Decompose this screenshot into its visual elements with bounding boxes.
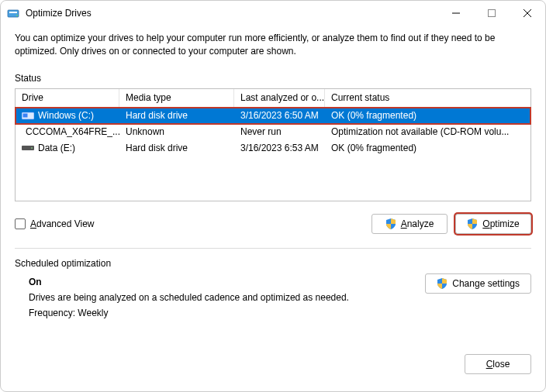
- content-area: You can optimize your drives to help you…: [1, 26, 545, 385]
- cell-status: Optimization not available (CD-ROM volu.…: [325, 124, 530, 140]
- shield-icon: [437, 278, 448, 289]
- change-settings-button[interactable]: Change settings: [425, 273, 531, 294]
- shield-icon: [385, 218, 396, 229]
- col-drive[interactable]: Drive: [16, 89, 119, 107]
- close-button[interactable]: [510, 1, 545, 26]
- table-actions: Advanced View Analyze Optimize: [15, 214, 531, 234]
- table-row[interactable]: Windows (C:) Hard disk drive 3/16/2023 6…: [16, 108, 530, 124]
- table-header: Drive Media type Last analyzed or o... C…: [16, 89, 530, 108]
- table-row[interactable]: Data (E:) Hard disk drive 3/16/2023 6:53…: [16, 140, 530, 156]
- table-body: Windows (C:) Hard disk drive 3/16/2023 6…: [16, 108, 530, 201]
- app-icon: [7, 7, 19, 19]
- cell-media: Unknown: [119, 124, 234, 140]
- svg-rect-4: [489, 10, 496, 17]
- cell-drive: Data (E:): [38, 143, 75, 153]
- titlebar: Optimize Drives: [1, 1, 545, 26]
- checkbox-icon: [15, 218, 26, 229]
- col-last[interactable]: Last analyzed or o...: [234, 89, 325, 107]
- cell-drive: Windows (C:): [38, 110, 94, 121]
- cell-status: OK (0% fragmented): [325, 140, 530, 156]
- analyze-label: Analyze: [401, 218, 434, 229]
- separator: [15, 248, 531, 249]
- change-settings-label: Change settings: [452, 278, 520, 289]
- drives-table: Drive Media type Last analyzed or o... C…: [15, 88, 531, 201]
- cell-last: Never run: [234, 124, 325, 140]
- advanced-view-label: Advanced View: [30, 218, 95, 229]
- intro-text: You can optimize your drives to help you…: [15, 32, 531, 59]
- cell-drive: CCCOMA_X64FRE_...: [26, 126, 119, 137]
- cell-media: Hard disk drive: [119, 140, 234, 156]
- drive-icon: [22, 111, 34, 120]
- shield-icon: [467, 218, 478, 229]
- col-media[interactable]: Media type: [119, 89, 234, 107]
- optimize-button[interactable]: Optimize: [455, 214, 531, 234]
- footer: Close: [15, 354, 531, 374]
- cell-media: Hard disk drive: [119, 108, 234, 124]
- optimize-label: Optimize: [482, 218, 519, 229]
- svg-rect-8: [23, 114, 28, 118]
- window-controls: [438, 1, 545, 26]
- table-row[interactable]: CCCOMA_X64FRE_... Unknown Never run Opti…: [16, 124, 530, 140]
- scheduled-heading: Scheduled optimization: [15, 258, 531, 269]
- cell-status: OK (0% fragmented): [325, 108, 530, 124]
- window-title: Optimize Drives: [26, 8, 438, 19]
- hdd-icon: [22, 143, 34, 153]
- col-status[interactable]: Current status: [325, 89, 530, 107]
- status-label: Status: [15, 73, 531, 84]
- maximize-button[interactable]: [474, 1, 510, 26]
- minimize-button[interactable]: [438, 1, 474, 26]
- svg-rect-1: [9, 12, 17, 13]
- analyze-button[interactable]: Analyze: [371, 214, 448, 234]
- close-label: Close: [486, 359, 510, 370]
- scheduled-frequency: Frequency: Weekly: [29, 308, 425, 318]
- advanced-view-checkbox[interactable]: Advanced View: [15, 218, 364, 229]
- close-dialog-button[interactable]: Close: [465, 354, 531, 374]
- cell-last: 3/16/2023 6:53 AM: [234, 140, 325, 156]
- svg-point-2: [16, 15, 18, 16]
- scheduled-state: On: [29, 277, 425, 287]
- scheduled-section: On Drives are being analyzed on a schedu…: [15, 273, 531, 318]
- svg-point-12: [31, 147, 33, 149]
- cell-last: 3/16/2023 6:50 AM: [234, 108, 325, 124]
- scheduled-description: Drives are being analyzed on a scheduled…: [29, 292, 425, 303]
